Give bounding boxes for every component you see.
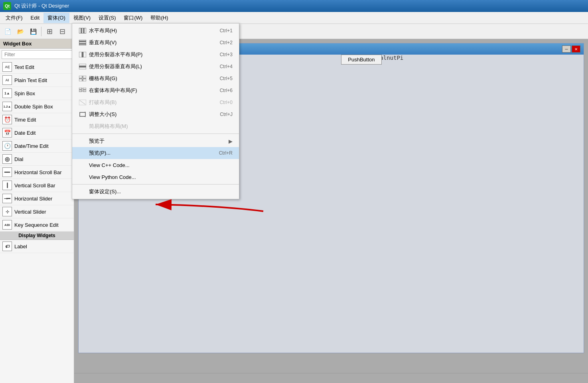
menu-help[interactable]: 帮助(H) <box>146 13 172 23</box>
menu-view-python[interactable]: View Python Code... <box>72 171 239 183</box>
menu-v-layout[interactable]: 垂直布局(V) Ctrl+2 <box>72 37 239 49</box>
widget-item-dial[interactable]: ◎ Dial <box>0 153 74 166</box>
widget-item-time-edit[interactable]: ⏰ Time Edit <box>0 113 74 126</box>
break-shortcut: Ctrl+0 <box>220 100 233 105</box>
double-spin-icon: 1.2▲ <box>2 102 12 111</box>
dropdown-sep-1 <box>72 134 239 134</box>
widget-list: AI| Text Edit AI Plain Text Edit 1▲ Spin… <box>0 61 74 383</box>
layout-v-btn[interactable]: ⊟ <box>56 26 68 37</box>
v-slider-label: Vertical Slider <box>14 209 46 215</box>
svg-rect-19 <box>83 90 86 92</box>
h-slider-label: Horizontal Slider <box>14 196 52 202</box>
datetime-icon: 🕐 <box>2 141 12 151</box>
svg-rect-6 <box>79 52 82 57</box>
menu-preview[interactable]: 预览(P)... Ctrl+R <box>72 147 239 159</box>
svg-rect-12 <box>79 76 82 78</box>
open-button[interactable]: 📂 <box>14 26 26 37</box>
menu-break[interactable]: 打破布局(B) Ctrl+0 <box>72 96 239 108</box>
break-label: 打破布局(B) <box>89 99 209 106</box>
dropdown-sep-2 <box>72 184 239 185</box>
app-icon: Qt <box>3 2 11 10</box>
widget-item-key-seq[interactable]: ABI Key Sequence Edit <box>0 218 74 232</box>
svg-rect-2 <box>84 28 86 33</box>
menu-form[interactable]: 窗体(O) <box>43 13 69 23</box>
grid-shortcut: Ctrl+5 <box>220 76 233 81</box>
layout-h-btn[interactable]: ⊞ <box>43 26 55 37</box>
widget-item-label[interactable]: 🏷 Label <box>0 240 74 253</box>
split-h-menu-icon <box>79 51 87 59</box>
menu-resize[interactable]: 调整大小(S) Ctrl+J <box>72 108 239 120</box>
display-widgets-header: Display Widgets <box>0 232 74 240</box>
menu-edit[interactable]: Edit <box>27 13 43 22</box>
date-edit-label: Date Edit <box>14 130 36 136</box>
menu-simple-grid[interactable]: 简易网格布局(M) <box>72 120 239 132</box>
form-dropdown-menu: 水平布局(H) Ctrl+1 垂直布局(V) Ctrl+2 使用分裂器水平布局(… <box>72 23 239 199</box>
preview-label: 预览(P)... <box>89 149 209 157</box>
h-scrollbar-label: Horizontal Scroll Bar <box>14 169 62 175</box>
designer-window-controls: ─ ✕ <box>562 45 580 53</box>
time-edit-icon: ⏰ <box>2 115 12 124</box>
widget-box-title: Widget Box <box>0 39 74 49</box>
push-button[interactable]: PushButton <box>341 55 381 65</box>
widget-item-plain-text[interactable]: AI Plain Text Edit <box>0 74 74 87</box>
svg-rect-11 <box>79 67 86 69</box>
save-button[interactable]: 💾 <box>27 26 39 37</box>
widget-item-v-slider[interactable]: ⊹ Vertical Slider <box>0 205 74 218</box>
menu-split-v[interactable]: 使用分裂器垂直布局(L) Ctrl+4 <box>72 61 239 73</box>
break-menu-icon <box>79 98 87 106</box>
spin-box-label: Spin Box <box>14 90 35 96</box>
menu-h-layout[interactable]: 水平布局(H) Ctrl+1 <box>72 25 239 37</box>
simple-grid-menu-icon <box>79 122 87 130</box>
svg-rect-0 <box>79 28 81 33</box>
widget-item-double-spin[interactable]: 1.2▲ Double Spin Box <box>0 100 74 113</box>
preview-in-menu-icon <box>79 137 87 145</box>
svg-rect-15 <box>83 79 86 81</box>
menu-view-cpp[interactable]: View C++ Code... <box>72 159 239 171</box>
svg-rect-9 <box>79 64 86 66</box>
preview-in-label: 预览于 <box>89 137 226 145</box>
svg-rect-16 <box>79 88 82 89</box>
menu-view[interactable]: 视图(V) <box>69 13 95 23</box>
svg-line-21 <box>80 100 85 104</box>
h-layout-label: 水平布局(H) <box>89 27 209 34</box>
menu-bar: 文件(F) Edit 窗体(O) 视图(V) 设置(S) 窗口(W) 帮助(H) <box>0 12 588 24</box>
preview-in-arrow: ▶ <box>229 138 233 144</box>
resize-shortcut: Ctrl+J <box>220 112 233 117</box>
form-settings-label: 窗体设定(S)... <box>89 188 233 195</box>
plain-text-icon: AI <box>2 75 12 85</box>
menu-split-h[interactable]: 使用分裂器水平布局(P) Ctrl+3 <box>72 49 239 61</box>
v-slider-icon: ⊹ <box>2 207 12 216</box>
filter-input[interactable] <box>2 50 72 59</box>
widget-item-h-slider[interactable]: ⊸━ Horizontal Slider <box>0 192 74 205</box>
toolbar-sep-1 <box>41 27 41 36</box>
menu-file[interactable]: 文件(F) <box>2 13 27 23</box>
menu-form-layout[interactable]: 在窗体布局中布局(F) Ctrl+6 <box>72 84 239 96</box>
form-settings-menu-icon <box>79 188 87 196</box>
status-bar <box>74 373 588 383</box>
key-seq-icon: ABI <box>2 220 12 230</box>
menu-grid[interactable]: 栅格布局(G) Ctrl+5 <box>72 73 239 84</box>
datetime-label: Date/Time Edit <box>14 143 49 149</box>
widget-item-h-scrollbar[interactable]: ━━ Horizontal Scroll Bar <box>0 166 74 179</box>
title-bar: Qt Qt 设计师 - Qt Designer <box>0 0 588 12</box>
widget-item-v-scrollbar[interactable]: ┃ Vertical Scroll Bar <box>0 179 74 192</box>
menu-window[interactable]: 窗口(W) <box>120 13 146 23</box>
grid-label: 栅格布局(G) <box>89 75 209 82</box>
view-cpp-label: View C++ Code... <box>89 162 233 168</box>
menu-preview-in[interactable]: 预览于 ▶ <box>72 135 239 147</box>
new-button[interactable]: 📄 <box>2 26 14 37</box>
double-spin-label: Double Spin Box <box>14 104 53 110</box>
widget-item-date-edit[interactable]: 📅 Date Edit <box>0 126 74 139</box>
widget-item-datetime[interactable]: 🕐 Date/Time Edit <box>0 139 74 153</box>
svg-rect-5 <box>79 44 86 45</box>
svg-rect-8 <box>83 52 86 57</box>
menu-form-settings[interactable]: 窗体设定(S)... <box>72 186 239 198</box>
close-button[interactable]: ✕ <box>572 45 580 53</box>
widget-item-text-edit[interactable]: AI| Text Edit <box>0 61 74 74</box>
menu-settings[interactable]: 设置(S) <box>95 13 120 23</box>
minimize-button[interactable]: ─ <box>562 45 571 53</box>
widget-item-spin-box[interactable]: 1▲ Spin Box <box>0 87 74 100</box>
v-scrollbar-label: Vertical Scroll Bar <box>14 183 55 189</box>
resize-label: 调整大小(S) <box>89 111 209 118</box>
split-h-label: 使用分裂器水平布局(P) <box>89 51 209 58</box>
